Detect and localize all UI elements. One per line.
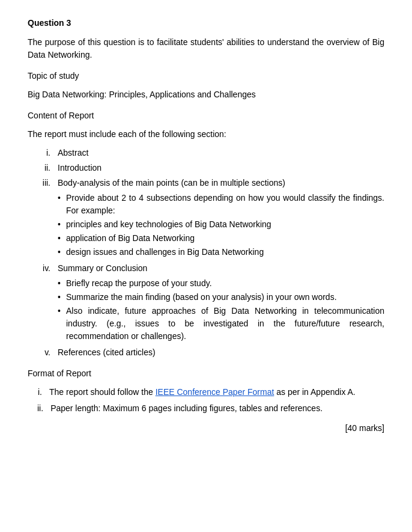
bullet-dot: • xyxy=(58,246,66,258)
intro-paragraph: The purpose of this question is to facil… xyxy=(28,36,384,61)
bullet-dot: • xyxy=(58,291,66,304)
sub-bullet: • principles and key technologies of Big… xyxy=(58,218,384,231)
list-content-1: Abstract xyxy=(58,147,384,159)
page-container: Question 3 The purpose of this question … xyxy=(0,0,412,451)
bullet-dot: • xyxy=(58,218,66,231)
format-label: Format of Report xyxy=(28,367,384,380)
topic-label: Topic of study xyxy=(28,70,384,82)
topic-value: Big Data Networking: Principles, Applica… xyxy=(28,88,384,101)
list-content-4: Summary or Conclusion • Briefly recap th… xyxy=(58,262,384,344)
list-item: ii. Introduction xyxy=(28,162,384,174)
sub-bullet: • Provide about 2 to 4 subsections depen… xyxy=(58,192,384,217)
format-list-item: i. The report should follow the IEEE Con… xyxy=(28,386,384,399)
format-num-1: i. xyxy=(28,386,49,399)
marks-label: [40 marks] xyxy=(28,423,384,433)
list-item: i. Abstract xyxy=(28,147,384,159)
list-num-5: v. xyxy=(28,346,58,359)
list-num-3: iii. xyxy=(28,177,58,260)
ieee-format-link[interactable]: IEEE Conference Paper Format xyxy=(156,387,274,397)
list-item: iii. Body-analysis of the main points (c… xyxy=(28,177,384,260)
list-item: iv. Summary or Conclusion • Briefly reca… xyxy=(28,262,384,344)
format-list-item: ii. Paper length: Maximum 6 pages includ… xyxy=(28,402,384,415)
bullet-dot: • xyxy=(58,305,66,317)
format-list: i. The report should follow the IEEE Con… xyxy=(28,386,384,415)
question-title: Question 3 xyxy=(28,18,384,28)
content-label: Content of Report xyxy=(28,109,384,122)
list-content-5: References (cited articles) xyxy=(58,346,384,359)
format-content-2: Paper length: Maximum 6 pages including … xyxy=(50,402,384,415)
list-num-1: i. xyxy=(28,147,58,159)
sub-bullet: • Also indicate, future approaches of Bi… xyxy=(58,305,384,343)
sub-bullet: • Summarize the main finding (based on y… xyxy=(58,291,384,304)
content-intro: The report must include each of the foll… xyxy=(28,128,384,141)
format-num-2: ii. xyxy=(28,402,50,415)
list-item: v. References (cited articles) xyxy=(28,346,384,359)
list-content-3: Body-analysis of the main points (can be… xyxy=(58,177,384,260)
bullet-dot: • xyxy=(58,277,66,290)
sub-bullet: • design issues and challenges in Big Da… xyxy=(58,246,384,258)
sub-bullets-4: • Briefly recap the purpose of your stud… xyxy=(58,277,384,343)
main-list: i. Abstract ii. Introduction iii. Body-a… xyxy=(28,147,384,359)
bullet-dot: • xyxy=(58,192,66,204)
list-num-2: ii. xyxy=(28,162,58,174)
sub-bullet: • Briefly recap the purpose of your stud… xyxy=(58,277,384,290)
list-num-4: iv. xyxy=(28,262,58,344)
sub-bullet: • application of Big Data Networking xyxy=(58,232,384,245)
sub-bullets-3: • Provide about 2 to 4 subsections depen… xyxy=(58,192,384,258)
bullet-dot: • xyxy=(58,232,66,245)
format-content-1: The report should follow the IEEE Confer… xyxy=(49,386,384,399)
list-content-2: Introduction xyxy=(58,162,384,174)
